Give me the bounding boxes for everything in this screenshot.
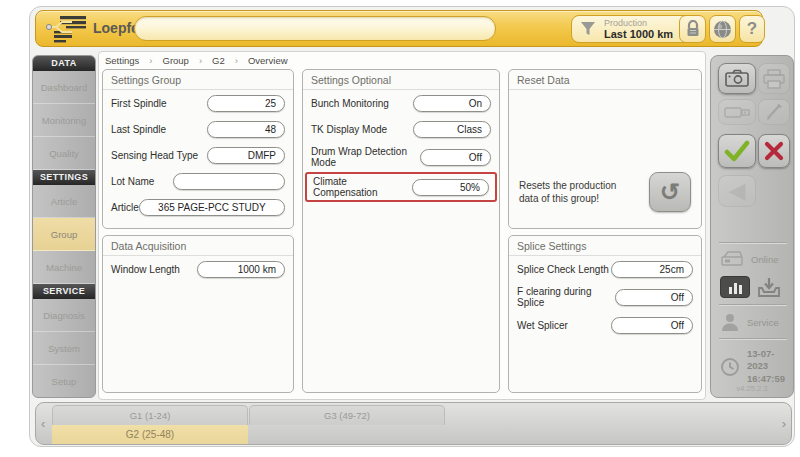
f-clearing-splice-field[interactable]: Off	[615, 289, 693, 306]
date-value: 13-07-2023	[747, 348, 774, 371]
window-length-label: Window Length	[111, 264, 180, 275]
article-label: Article	[111, 202, 139, 213]
sensing-head-type-label: Sensing Head Type	[111, 150, 198, 161]
climate-compensation-field[interactable]: 50%	[412, 179, 489, 196]
checkmark-icon	[724, 140, 750, 162]
service-status: Service	[711, 312, 793, 332]
tk-display-mode-field[interactable]: Class	[413, 121, 491, 138]
settings-optional-panel: Settings Optional Bunch Monitoring On TK…	[302, 69, 500, 393]
panel-title: Splice Settings	[509, 236, 701, 256]
download-icon[interactable]	[757, 276, 781, 298]
panel-title: Settings Group	[103, 70, 293, 90]
reset-icon: ↺	[660, 178, 680, 206]
bunch-monitoring-label: Bunch Monitoring	[311, 98, 389, 109]
sidebar-item-group[interactable]: Group	[33, 218, 95, 251]
sidebar-item-article[interactable]: Article	[33, 185, 95, 218]
left-sidebar: DATA Dashboard Monitoring Quality SETTIN…	[32, 55, 96, 398]
sidebar-item-quality[interactable]: Quality	[33, 137, 95, 170]
camera-icon	[725, 69, 749, 88]
sidebar-item-diagnosis[interactable]: Diagnosis	[33, 299, 95, 332]
cancel-button[interactable]	[758, 134, 790, 168]
cross-icon	[763, 140, 785, 162]
lock-button[interactable]	[679, 15, 706, 43]
sidebar-item-machine[interactable]: Machine	[33, 251, 95, 284]
loepfe-logo-icon	[46, 14, 90, 45]
tab-g3[interactable]: G3 (49-72)	[249, 405, 445, 425]
globe-icon	[713, 20, 732, 39]
panel-title: Settings Optional	[303, 70, 499, 90]
data-acquisition-panel: Data Acquisition Window Length 1000 km	[102, 235, 294, 393]
tabs-next-arrow[interactable]: ›	[777, 403, 791, 444]
last-spindle-field[interactable]: 48	[207, 121, 285, 138]
tab-g1[interactable]: G1 (1-24)	[52, 405, 248, 425]
funnel-icon	[580, 21, 596, 37]
climate-compensation-label: Climate Compensation	[313, 176, 412, 198]
sidebar-section-service: SERVICE	[33, 284, 95, 299]
tab-g2-active[interactable]: G2 (25-48)	[52, 425, 248, 445]
report-actions	[711, 276, 793, 298]
right-toolbar: ◀ Online	[710, 55, 794, 398]
last-spindle-label: Last Spindle	[111, 124, 166, 135]
back-button: ◀	[718, 175, 756, 207]
lock-icon	[685, 20, 701, 38]
lot-name-field[interactable]	[173, 173, 285, 190]
panel-title: Reset Data	[509, 70, 701, 90]
sidebar-item-dashboard[interactable]: Dashboard	[33, 71, 95, 104]
window-length-field[interactable]: 1000 km	[197, 261, 285, 278]
first-spindle-field[interactable]: 25	[207, 95, 285, 112]
splice-check-length-field[interactable]: 25cm	[611, 261, 693, 278]
brand-name: Loepfe	[93, 11, 139, 46]
title-input[interactable]	[134, 16, 496, 41]
pencil-icon	[764, 102, 784, 122]
breadcrumb-g2[interactable]: G2	[212, 55, 225, 66]
sidebar-section-data: DATA	[33, 56, 95, 71]
first-spindle-label: First Spindle	[111, 98, 167, 109]
clock-icon	[720, 357, 740, 377]
person-icon	[720, 312, 740, 332]
drum-wrap-detection-label: Drum Wrap Detection Mode	[311, 146, 420, 168]
tabs-prev-arrow[interactable]: ‹	[36, 403, 50, 444]
wet-splicer-field[interactable]: Off	[611, 317, 693, 334]
reset-description: Resets the production data of this group…	[519, 179, 637, 206]
back-arrow-icon: ◀	[729, 180, 746, 202]
time-value: 16:47:59	[747, 373, 785, 384]
breadcrumb-settings[interactable]: Settings	[105, 55, 139, 66]
confirm-button[interactable]	[718, 134, 756, 168]
reset-button[interactable]: ↺	[649, 172, 691, 212]
settings-group-panel: Settings Group First Spindle 25 Last Spi…	[102, 69, 294, 229]
usb-export-button	[718, 99, 756, 125]
report-monitor-button[interactable]	[720, 276, 750, 298]
print-button	[758, 63, 790, 94]
machine-icon	[720, 250, 744, 268]
reset-data-panel: Reset Data Resets the production data of…	[508, 69, 702, 229]
help-button[interactable]: ?	[739, 15, 765, 43]
article-field[interactable]: 365 PAGE-PCC STUDY	[139, 199, 285, 216]
printer-icon	[763, 69, 785, 89]
edit-button	[758, 99, 790, 125]
top-bar: Loepfe Production Last 1000 km	[35, 10, 763, 47]
panel-title: Data Acquisition	[103, 236, 293, 256]
breadcrumb: Settings › Group › G2 › Overview	[105, 55, 288, 66]
breadcrumb-group[interactable]: Group	[163, 55, 189, 66]
globe-button[interactable]	[709, 15, 736, 43]
sensing-head-type-field[interactable]: DMFP	[207, 147, 285, 164]
sidebar-item-setup[interactable]: Setup	[33, 365, 95, 398]
splice-settings-panel: Splice Settings Splice Check Length 25cm…	[508, 235, 702, 393]
online-label: Online	[751, 254, 778, 265]
breadcrumb-separator: ›	[235, 55, 238, 66]
bunch-monitoring-field[interactable]: On	[413, 95, 491, 112]
breadcrumb-separator: ›	[199, 55, 202, 66]
datetime: 13-07-2023 16:47:59	[711, 348, 793, 385]
sidebar-item-monitoring[interactable]: Monitoring	[33, 104, 95, 137]
filter-scope-label: Production	[604, 18, 673, 28]
breadcrumb-overview[interactable]: Overview	[248, 55, 288, 66]
splice-check-length-label: Splice Check Length	[517, 264, 609, 275]
filter-range-value: Last 1000 km	[604, 28, 673, 41]
online-status: Online	[711, 250, 793, 268]
sidebar-item-system[interactable]: System	[33, 332, 95, 365]
climate-compensation-row-highlight: Climate Compensation 50%	[305, 172, 497, 202]
usb-stick-icon	[724, 106, 750, 119]
screenshot-button[interactable]	[718, 63, 756, 94]
drum-wrap-detection-field[interactable]: Off	[420, 149, 491, 166]
f-clearing-splice-label: F clearing during Splice	[517, 286, 615, 308]
